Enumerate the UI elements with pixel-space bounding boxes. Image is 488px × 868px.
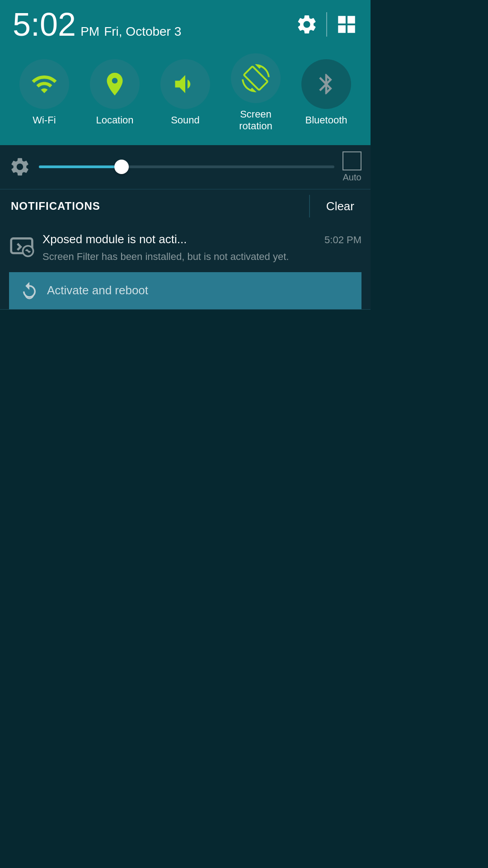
action-label: Activate and reboot [47, 283, 148, 297]
screen-rotation-icon [242, 64, 270, 92]
notification-body: Screen Filter has been installed, but is… [42, 251, 289, 262]
bluetooth-icon [314, 72, 338, 96]
brightness-slider[interactable] [39, 165, 334, 168]
location-icon [101, 71, 128, 98]
screen-rotation-label: Screen rotation [239, 108, 272, 132]
status-bar: 5:02 PM Fri, October 3 [0, 0, 371, 47]
toggle-wifi[interactable]: Wi-Fi [19, 59, 69, 126]
notification-title-row: Xposed module is not acti... 5:02 PM [42, 232, 361, 246]
empty-background [0, 310, 371, 868]
auto-brightness-checkbox[interactable] [343, 151, 361, 170]
brightness-settings-icon[interactable] [9, 156, 31, 178]
grid-icon[interactable] [335, 13, 358, 36]
settings-icon[interactable] [296, 13, 318, 36]
notification-time: 5:02 PM [324, 234, 361, 246]
wifi-label: Wi-Fi [33, 114, 56, 126]
toggle-sound[interactable]: Sound [160, 59, 210, 126]
notification-action-button[interactable]: Activate and reboot [9, 272, 361, 309]
top-panel: 5:02 PM Fri, October 3 Wi-Fi [0, 0, 371, 145]
location-label: Location [96, 114, 133, 126]
slider-fill [39, 165, 122, 168]
bluetooth-label: Bluetooth [305, 114, 347, 126]
toggle-bluetooth[interactable]: Bluetooth [301, 59, 351, 126]
auto-brightness-block[interactable]: Auto [343, 151, 361, 183]
notification-title: Xposed module is not acti... [42, 232, 187, 246]
status-icons [296, 12, 358, 37]
slider-track [39, 165, 334, 168]
sound-label: Sound [171, 114, 200, 126]
wifi-icon [31, 71, 58, 98]
clear-button[interactable]: Clear [310, 189, 371, 223]
sound-circle [160, 59, 210, 109]
clock-time: 5:02 [13, 8, 76, 41]
bluetooth-circle [301, 59, 351, 109]
sound-icon [172, 71, 199, 98]
status-divider [326, 12, 327, 37]
location-circle [90, 59, 140, 109]
xposed-notification-icon [9, 234, 34, 259]
screen-rotation-circle [231, 53, 281, 103]
time-block: 5:02 PM Fri, October 3 [13, 8, 181, 41]
toggle-screen-rotation[interactable]: Screen rotation [231, 53, 281, 132]
notification-main: Xposed module is not acti... 5:02 PM Scr… [9, 232, 361, 272]
date-display: Fri, October 3 [104, 24, 181, 39]
quick-toggles: Wi-Fi Location Sound [0, 47, 371, 145]
notifications-header: NOTIFICATIONS Clear [0, 189, 371, 223]
notification-area: Xposed module is not acti... 5:02 PM Scr… [0, 223, 371, 310]
toggle-location[interactable]: Location [90, 59, 140, 126]
wifi-circle [19, 59, 69, 109]
reboot-icon [20, 281, 39, 300]
notification-content: Xposed module is not acti... 5:02 PM Scr… [42, 232, 361, 264]
brightness-row: Auto [0, 145, 371, 189]
clock-period: PM [80, 24, 99, 39]
notification-card: Xposed module is not acti... 5:02 PM Scr… [0, 223, 371, 310]
notifications-title: NOTIFICATIONS [0, 190, 309, 222]
auto-brightness-label: Auto [343, 172, 361, 183]
slider-thumb[interactable] [114, 160, 129, 174]
